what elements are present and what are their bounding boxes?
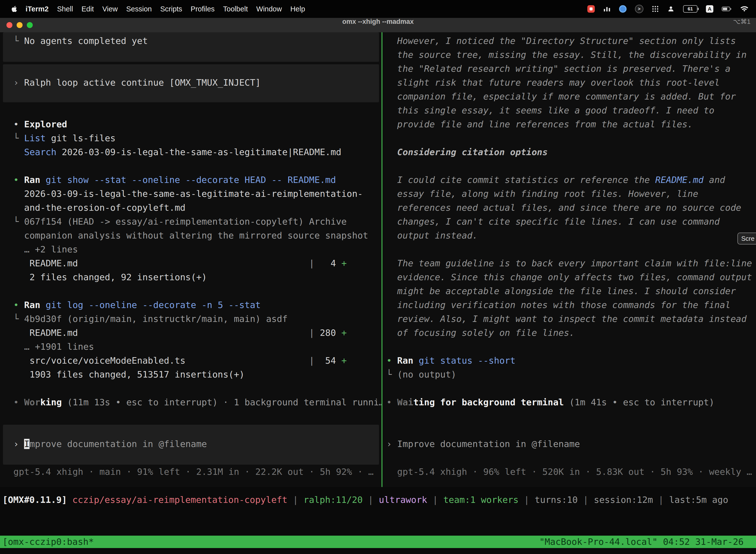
thinking-line: provide file and line references from th… bbox=[382, 117, 756, 131]
active-app-name[interactable]: iTerm2 bbox=[25, 5, 49, 13]
thinking-line: The team guideline is to back every impo… bbox=[382, 257, 756, 270]
menu-bar-status-icons: > 61 A bbox=[587, 4, 756, 14]
terminal-blank-line bbox=[0, 423, 381, 437]
model-status-line: gpt-5.4 xhigh · main · 91% left · 2.31M … bbox=[0, 465, 381, 479]
tool-output-line: and-the-erosion-of-copyleft.md bbox=[0, 201, 381, 215]
terminal-blank-line bbox=[382, 340, 756, 354]
tool-output-line: companion analysis without altering the … bbox=[0, 229, 381, 242]
terminal-blank-line bbox=[382, 131, 756, 145]
terminal-blank-line bbox=[0, 409, 381, 423]
thinking-line: However, I noticed the "Directory Struct… bbox=[382, 34, 756, 48]
terminal-blank-line bbox=[382, 159, 756, 173]
terminal-blank-line bbox=[382, 451, 756, 465]
thinking-line: I could cite commit statistics or refere… bbox=[382, 173, 756, 187]
terminal-pane-right[interactable]: However, I noticed the "Directory Struct… bbox=[382, 32, 756, 487]
tool-output-line: └ (no output) bbox=[382, 368, 756, 382]
terminal-blank-line bbox=[382, 242, 756, 257]
menu-scripts[interactable]: Scripts bbox=[160, 5, 182, 13]
thinking-line: of focusing solely on file lines. bbox=[382, 326, 756, 340]
terminal-blank-line bbox=[0, 62, 381, 76]
tool-call-line: • Ran git show --stat --oneline --decora… bbox=[0, 173, 381, 187]
tool-output-line: … +1901 lines bbox=[0, 340, 381, 354]
thinking-line: including verification notes with those … bbox=[382, 298, 756, 312]
window-title-bar[interactable]: omx --xhigh --madmax ⌥⌘1 bbox=[0, 18, 756, 33]
ralph-loop-banner-line: › Ralph loop active continue [OMX_TMUX_I… bbox=[0, 76, 381, 90]
explored-item-line: Search 2026-03-09-is-legal-the-same-as-l… bbox=[0, 145, 381, 159]
terminal-app-icon[interactable]: > bbox=[635, 4, 643, 14]
omx-status-line: [OMX#0.11.9] cczip/essay/ai-reimplementa… bbox=[0, 493, 756, 507]
menu-shell[interactable]: Shell bbox=[57, 5, 73, 13]
menu-profiles[interactable]: Profiles bbox=[191, 5, 215, 13]
tmux-host-clock-label: "MacBook-Pro-44.local" 04:52 31-Mar-26 bbox=[539, 536, 756, 548]
blue-app-icon[interactable] bbox=[619, 4, 627, 14]
tool-output-line: 2026-03-09-is-legal-the-same-as-legitima… bbox=[0, 187, 381, 201]
thinking-line: might be acceptable alongside the file l… bbox=[382, 284, 756, 298]
thinking-line: changes, I can't cite specific file line… bbox=[382, 215, 756, 229]
terminal-blank-line bbox=[0, 159, 381, 173]
tool-output-line: └ 4b9d30f (origin/main, instructkr/main,… bbox=[0, 312, 381, 326]
tool-output-line: … +2 lines bbox=[0, 242, 381, 257]
terminal-blank-line bbox=[0, 104, 381, 117]
wifi-icon[interactable] bbox=[740, 4, 749, 14]
thinking-line: slight risk that future readers may over… bbox=[382, 76, 756, 90]
tool-output-line: 2 files changed, 92 insertions(+) bbox=[0, 270, 381, 284]
tool-output-line: src/voice/voiceModeEnabled.ts | 54 + bbox=[0, 354, 381, 368]
menu-items: ShellEditViewSessionScriptsProfilesToolb… bbox=[57, 5, 305, 13]
battery-icon[interactable] bbox=[722, 4, 732, 14]
thinking-line: the source tree, missing the essay. Stil… bbox=[382, 48, 756, 62]
prompt-input-line[interactable]: › Improve documentation in @filename bbox=[382, 437, 756, 451]
agents-status-line: └ No agents completed yet bbox=[0, 34, 381, 48]
apps-grid-icon[interactable] bbox=[652, 4, 659, 14]
explored-item-line: └ List git ls-files bbox=[0, 131, 381, 145]
screen-recording-icon[interactable] bbox=[587, 4, 595, 14]
thinking-line: review. Also, I might want to inspect th… bbox=[382, 312, 756, 326]
terminal-blank-line bbox=[0, 382, 381, 395]
macos-menu-bar: iTerm2 ShellEditViewSessionScriptsProfil… bbox=[0, 0, 756, 18]
waiting-status-line: • Waiting for background terminal (1m 41… bbox=[382, 395, 756, 409]
terminal-blank-line bbox=[0, 90, 381, 104]
tool-output-line: README.md | 280 + bbox=[0, 326, 381, 340]
working-status-line: • Working (11m 13s • esc to interrupt) ·… bbox=[0, 395, 381, 409]
menu-window[interactable]: Window bbox=[256, 5, 282, 13]
apple-menu-icon[interactable] bbox=[11, 5, 17, 12]
window-shortcut-badge: ⌥⌘1 bbox=[733, 18, 751, 25]
terminal-blank-line bbox=[0, 284, 381, 298]
thinking-line: the "Related research writing" section i… bbox=[382, 62, 756, 76]
thinking-line: essay file, along with finding root file… bbox=[382, 187, 756, 201]
terminal-blank-line bbox=[382, 409, 756, 423]
tmux-session-window-label[interactable]: [omx-cczip0:bash* bbox=[0, 536, 94, 548]
thinking-line: references need actual files, and since … bbox=[382, 201, 756, 215]
battery-percentage-icon[interactable]: 61 bbox=[683, 4, 697, 14]
terminal-pane-left[interactable]: └ No agents completed yet› Ralph loop ac… bbox=[0, 32, 381, 487]
thinking-line: evidence. Since this change only affects… bbox=[382, 270, 756, 284]
terminal-blank-line bbox=[0, 451, 381, 465]
thinking-line: output instead. bbox=[382, 229, 756, 242]
menu-toolbelt[interactable]: Toolbelt bbox=[223, 5, 248, 13]
screen-edge-tooltip-label: Scre bbox=[741, 235, 755, 242]
prompt-input-line[interactable]: › Improve documentation in @filename bbox=[0, 437, 381, 451]
terminal-blank-line bbox=[0, 48, 381, 62]
menu-view[interactable]: View bbox=[102, 5, 118, 13]
input-source-icon[interactable]: A bbox=[706, 4, 713, 14]
tmux-status-bar: [omx-cczip0:bash* "MacBook-Pro-44.local"… bbox=[0, 536, 756, 548]
tool-call-line: • Ran git log --oneline --decorate -n 5 … bbox=[0, 298, 381, 312]
tool-output-line: README.md | 4 + bbox=[0, 257, 381, 270]
explored-header-line: • Explored bbox=[0, 117, 381, 131]
screen-edge-tooltip: Scre bbox=[737, 233, 756, 244]
terminal-blank-line bbox=[382, 423, 756, 437]
terminal-blank-line bbox=[382, 382, 756, 395]
model-status-line: gpt-5.4 xhigh · 96% left · 520K in · 5.8… bbox=[382, 465, 756, 479]
menu-edit[interactable]: Edit bbox=[81, 5, 94, 13]
stats-icon[interactable] bbox=[603, 4, 611, 14]
menu-session[interactable]: Session bbox=[126, 5, 152, 13]
window-title: omx --xhigh --madmax bbox=[0, 18, 756, 25]
omx-session-status-bar: [OMX#0.11.9] cczip/essay/ai-reimplementa… bbox=[0, 493, 756, 507]
thinking-line: companion file, especially if more comme… bbox=[382, 90, 756, 104]
user-icon[interactable] bbox=[667, 4, 675, 14]
thinking-heading: Considering citation options bbox=[382, 145, 756, 159]
tool-output-line: └ 067f154 (HEAD -> essay/ai-reimplementa… bbox=[0, 215, 381, 229]
thinking-line: this single essay, it seems like a good … bbox=[382, 104, 756, 117]
menu-help[interactable]: Help bbox=[290, 5, 305, 13]
tool-call-line: • Ran git status --short bbox=[382, 354, 756, 368]
tool-output-line: 1903 files changed, 513517 insertions(+) bbox=[0, 368, 381, 382]
